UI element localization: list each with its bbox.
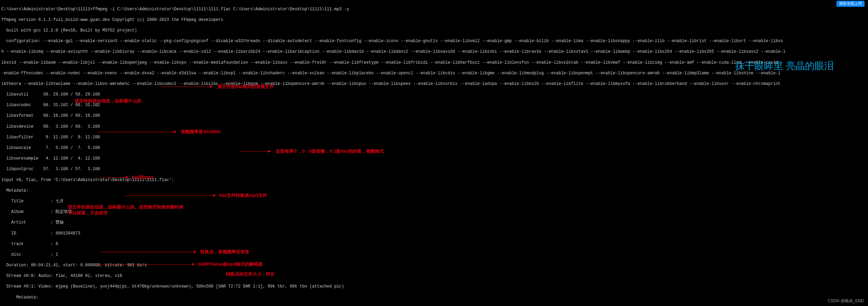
stream-line: Stream #0:0: Audio: flac, 44100 Hz, ster… xyxy=(1,273,867,279)
meta-disc: disc : 1 xyxy=(1,252,867,258)
config-line: ibtheora --enable-libtwolame --enable-li… xyxy=(1,81,867,87)
version-line: ffmpeg version 6.1.1-full_build-www.gyan… xyxy=(1,17,867,23)
lib-line: libavdevice 60. 3.100 / 60. 3.100 xyxy=(1,124,867,130)
annotation-flac-mp3: flac到mp3 xyxy=(132,175,153,180)
lib-line: libpostproc 57. 3.100 / 57. 3.100 xyxy=(1,167,867,172)
input-line: Input #0, flac, from 'C:\Users\Administr… xyxy=(1,178,867,183)
lib-line: libavfilter 9. 12.100 / 9. 12.100 xyxy=(1,135,867,140)
command-line: C:\Users\Administrator\Desktop\11111>ffm… xyxy=(1,7,867,12)
lib-line: libavformat 60. 16.100 / 60. 16.100 xyxy=(1,113,867,119)
annotation-preserve-meta: 该文件的原始信息，如标题什么的。这些格式转换的额时候予以保留，不会改变 xyxy=(68,204,188,216)
meta-title: Title : 七月 xyxy=(1,199,867,204)
terminal-output: C:\Users\Administrator\Desktop\11111>ffm… xyxy=(0,0,868,306)
built-line: built with gcc 12.2.0 (Rev10, Built by M… xyxy=(1,28,867,34)
annotation-output-size: 转换后的文件大小，时长 xyxy=(226,271,275,277)
stream-line: Stream #0:1: Video: mjpeg (Baseline), yu… xyxy=(1,284,867,290)
meta-id: ID : 8881394873 xyxy=(1,231,867,237)
lib-line: libswscale 7. 5.100 / 7. 5.100 xyxy=(1,145,867,151)
lib-line: libavutil 58. 29.100 / 58. 29.100 xyxy=(1,92,867,98)
arrow-icon xyxy=(99,177,128,178)
annotation-metadata: 该文件的原始信息，如标题什么的 xyxy=(75,98,141,104)
config-line: h --enable-libzmq --enable-avisynth --en… xyxy=(1,49,867,55)
config-line: configuration: --enable-gpl --enable-ver… xyxy=(1,39,867,44)
annotation-frequency: 音频频率是44100Hz xyxy=(181,129,221,135)
arrow-icon xyxy=(161,87,212,87)
top-button[interactable]: 精彩全线上同 xyxy=(836,1,865,7)
arrow-icon xyxy=(97,264,194,265)
arrow-icon xyxy=(98,132,176,132)
lyric-overlay: 抹干眼眸里 亮晶的眼泪 xyxy=(735,60,834,72)
annotation-streams: 这里有两个，0：0是音频，0:1是flac的封面，视频格式 xyxy=(276,149,384,154)
arrow-icon xyxy=(125,195,216,196)
arrow-icon xyxy=(100,252,196,252)
metadata-header: Metadata: xyxy=(1,295,867,301)
annotation-libmp3lame: libMP3lame是mp3格式的解码器 xyxy=(198,262,263,267)
annotation-freq-same: 转换后，音频频率没有变 xyxy=(200,249,249,255)
arrow-icon xyxy=(240,151,271,152)
duration-line: Duration: 00:04:21.41, start: 0.000000, … xyxy=(1,263,867,268)
metadata-header: Metadata: xyxy=(1,188,867,194)
annotation-output: flac文件转换成mp3文件 xyxy=(219,193,267,199)
lib-line: libswresample 4. 12.100 / 4. 12.100 xyxy=(1,156,867,162)
meta-artist: Artist : 曹杨 xyxy=(1,220,867,226)
meta-track: track : 6 xyxy=(1,242,867,247)
annotation-source-file: 源文件是flac格式的音频文件 xyxy=(217,84,274,90)
